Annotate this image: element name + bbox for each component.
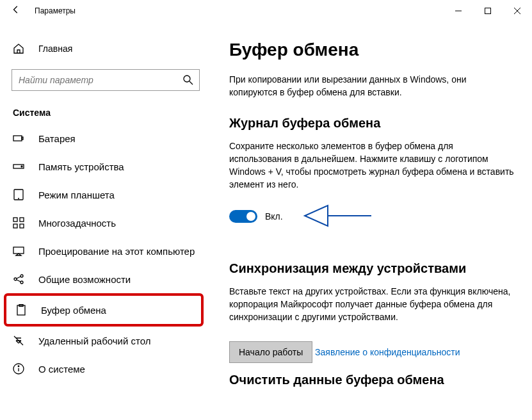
sidebar-item-label: Многозадачность <box>38 218 116 229</box>
clipboard-icon <box>15 304 27 316</box>
storage-icon <box>13 161 24 172</box>
sidebar-item-shared-experiences[interactable]: Общие возможности <box>0 265 211 293</box>
get-started-button[interactable]: Начало работы <box>229 341 312 363</box>
back-button[interactable] <box>12 5 20 16</box>
remote-desktop-icon <box>13 335 24 346</box>
sync-desc: Вставьте текст на других устройствах. Ес… <box>229 285 514 324</box>
shared-icon <box>13 273 24 285</box>
sidebar-item-battery[interactable]: Батарея <box>0 124 211 152</box>
sidebar-item-clipboard[interactable]: Буфер обмена <box>4 293 204 327</box>
clear-heading: Очистить данные буфера обмена <box>229 373 514 387</box>
sidebar-item-label: Буфер обмена <box>41 305 106 316</box>
svg-rect-14 <box>13 224 17 228</box>
section-title: Система <box>0 102 211 124</box>
annotation-arrow-icon <box>302 202 373 232</box>
projecting-icon <box>13 245 24 257</box>
sidebar-item-label: Батарея <box>38 133 76 144</box>
sidebar-item-storage[interactable]: Память устройства <box>0 152 211 181</box>
battery-icon <box>13 133 24 144</box>
sidebar-item-label: Удаленный рабочий стол <box>38 335 150 346</box>
svg-rect-7 <box>22 137 23 140</box>
history-heading: Журнал буфера обмена <box>229 116 514 131</box>
sidebar-item-label: О системе <box>38 364 85 375</box>
close-button[interactable] <box>503 1 532 21</box>
svg-line-24 <box>14 336 23 345</box>
svg-rect-12 <box>13 218 17 222</box>
svg-point-9 <box>21 166 22 167</box>
sidebar-item-projecting[interactable]: Проецирование на этот компьютер <box>0 237 211 265</box>
info-icon <box>13 363 24 375</box>
search-icon <box>182 74 194 86</box>
svg-rect-6 <box>13 136 22 141</box>
svg-point-27 <box>18 366 19 367</box>
privacy-link[interactable]: Заявление о конфиденциальности <box>315 347 460 357</box>
sidebar-item-about[interactable]: О системе <box>0 355 211 383</box>
maximize-button[interactable] <box>473 1 503 21</box>
svg-line-5 <box>189 81 193 85</box>
sidebar-item-remote-desktop[interactable]: Удаленный рабочий стол <box>0 327 211 355</box>
history-desc: Сохраните несколько элементов в буфер об… <box>229 140 514 191</box>
sidebar-item-label: Проецирование на этот компьютер <box>38 246 195 257</box>
svg-rect-1 <box>485 8 491 13</box>
svg-point-4 <box>184 76 190 82</box>
search-input-container[interactable] <box>12 69 200 91</box>
home-icon <box>13 43 24 54</box>
history-toggle[interactable] <box>229 210 257 223</box>
home-label: Главная <box>38 44 72 54</box>
svg-rect-16 <box>13 247 24 254</box>
minimize-button[interactable] <box>444 1 473 21</box>
svg-line-21 <box>17 280 20 282</box>
sidebar-item-tablet-mode[interactable]: Режим планшета <box>0 181 211 209</box>
svg-rect-13 <box>20 218 24 222</box>
page-title: Буфер обмена <box>229 40 514 60</box>
sidebar-item-label: Режим планшета <box>38 190 115 200</box>
search-input[interactable] <box>19 75 182 85</box>
sync-heading: Синхронизация между устройствами <box>229 261 514 276</box>
tablet-icon <box>13 189 24 200</box>
sidebar-item-label: Память устройства <box>38 161 124 172</box>
multitasking-icon <box>13 217 24 229</box>
sidebar-item-multitasking[interactable]: Многозадачность <box>0 209 211 237</box>
svg-point-19 <box>20 281 23 284</box>
window-title: Параметры <box>35 6 76 15</box>
svg-rect-22 <box>17 305 25 315</box>
toggle-knob <box>246 212 255 221</box>
svg-point-17 <box>14 278 17 280</box>
svg-point-18 <box>20 275 23 277</box>
home-nav[interactable]: Главная <box>0 35 211 63</box>
toggle-state-label: Вкл. <box>265 211 283 222</box>
sidebar-item-label: Общие возможности <box>38 274 131 285</box>
intro-text: При копировании или вырезании данных в W… <box>229 73 514 99</box>
svg-line-20 <box>17 277 20 279</box>
svg-rect-15 <box>20 224 24 228</box>
